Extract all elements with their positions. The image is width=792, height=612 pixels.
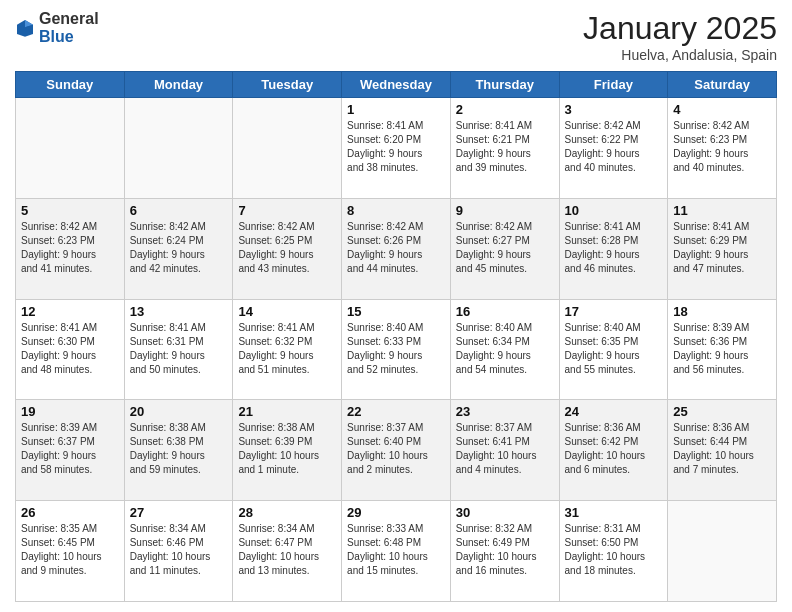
- day-info: Sunrise: 8:40 AM Sunset: 6:34 PM Dayligh…: [456, 321, 554, 377]
- day-info: Sunrise: 8:34 AM Sunset: 6:46 PM Dayligh…: [130, 522, 228, 578]
- calendar-cell: 31Sunrise: 8:31 AM Sunset: 6:50 PM Dayli…: [559, 501, 668, 602]
- calendar-cell: 5Sunrise: 8:42 AM Sunset: 6:23 PM Daylig…: [16, 198, 125, 299]
- day-info: Sunrise: 8:38 AM Sunset: 6:39 PM Dayligh…: [238, 421, 336, 477]
- day-info: Sunrise: 8:41 AM Sunset: 6:28 PM Dayligh…: [565, 220, 663, 276]
- calendar-cell: 21Sunrise: 8:38 AM Sunset: 6:39 PM Dayli…: [233, 400, 342, 501]
- day-number: 20: [130, 404, 228, 419]
- day-info: Sunrise: 8:42 AM Sunset: 6:25 PM Dayligh…: [238, 220, 336, 276]
- calendar-day-header: Thursday: [450, 72, 559, 98]
- day-info: Sunrise: 8:37 AM Sunset: 6:41 PM Dayligh…: [456, 421, 554, 477]
- calendar-cell: 2Sunrise: 8:41 AM Sunset: 6:21 PM Daylig…: [450, 98, 559, 199]
- calendar-cell: 20Sunrise: 8:38 AM Sunset: 6:38 PM Dayli…: [124, 400, 233, 501]
- month-title: January 2025: [583, 10, 777, 47]
- calendar-cell: 13Sunrise: 8:41 AM Sunset: 6:31 PM Dayli…: [124, 299, 233, 400]
- day-number: 17: [565, 304, 663, 319]
- day-number: 10: [565, 203, 663, 218]
- day-info: Sunrise: 8:32 AM Sunset: 6:49 PM Dayligh…: [456, 522, 554, 578]
- day-info: Sunrise: 8:35 AM Sunset: 6:45 PM Dayligh…: [21, 522, 119, 578]
- day-info: Sunrise: 8:41 AM Sunset: 6:31 PM Dayligh…: [130, 321, 228, 377]
- calendar-cell: 25Sunrise: 8:36 AM Sunset: 6:44 PM Dayli…: [668, 400, 777, 501]
- day-info: Sunrise: 8:41 AM Sunset: 6:20 PM Dayligh…: [347, 119, 445, 175]
- calendar-week-row: 26Sunrise: 8:35 AM Sunset: 6:45 PM Dayli…: [16, 501, 777, 602]
- calendar-cell: 16Sunrise: 8:40 AM Sunset: 6:34 PM Dayli…: [450, 299, 559, 400]
- day-number: 27: [130, 505, 228, 520]
- calendar-day-header: Wednesday: [342, 72, 451, 98]
- calendar-cell: 3Sunrise: 8:42 AM Sunset: 6:22 PM Daylig…: [559, 98, 668, 199]
- calendar-cell: 28Sunrise: 8:34 AM Sunset: 6:47 PM Dayli…: [233, 501, 342, 602]
- day-number: 23: [456, 404, 554, 419]
- day-number: 6: [130, 203, 228, 218]
- page: General Blue January 2025 Huelva, Andalu…: [0, 0, 792, 612]
- calendar-cell: [16, 98, 125, 199]
- calendar-cell: 29Sunrise: 8:33 AM Sunset: 6:48 PM Dayli…: [342, 501, 451, 602]
- calendar-cell: [124, 98, 233, 199]
- calendar-day-header: Sunday: [16, 72, 125, 98]
- day-info: Sunrise: 8:36 AM Sunset: 6:44 PM Dayligh…: [673, 421, 771, 477]
- day-info: Sunrise: 8:34 AM Sunset: 6:47 PM Dayligh…: [238, 522, 336, 578]
- calendar-week-row: 19Sunrise: 8:39 AM Sunset: 6:37 PM Dayli…: [16, 400, 777, 501]
- day-number: 25: [673, 404, 771, 419]
- calendar-cell: 12Sunrise: 8:41 AM Sunset: 6:30 PM Dayli…: [16, 299, 125, 400]
- day-info: Sunrise: 8:31 AM Sunset: 6:50 PM Dayligh…: [565, 522, 663, 578]
- day-info: Sunrise: 8:41 AM Sunset: 6:32 PM Dayligh…: [238, 321, 336, 377]
- day-number: 11: [673, 203, 771, 218]
- day-number: 26: [21, 505, 119, 520]
- day-info: Sunrise: 8:40 AM Sunset: 6:33 PM Dayligh…: [347, 321, 445, 377]
- day-info: Sunrise: 8:41 AM Sunset: 6:30 PM Dayligh…: [21, 321, 119, 377]
- title-block: January 2025 Huelva, Andalusia, Spain: [583, 10, 777, 63]
- day-info: Sunrise: 8:39 AM Sunset: 6:36 PM Dayligh…: [673, 321, 771, 377]
- day-info: Sunrise: 8:42 AM Sunset: 6:26 PM Dayligh…: [347, 220, 445, 276]
- calendar-cell: 26Sunrise: 8:35 AM Sunset: 6:45 PM Dayli…: [16, 501, 125, 602]
- day-number: 3: [565, 102, 663, 117]
- day-info: Sunrise: 8:42 AM Sunset: 6:23 PM Dayligh…: [21, 220, 119, 276]
- calendar-day-header: Monday: [124, 72, 233, 98]
- location: Huelva, Andalusia, Spain: [583, 47, 777, 63]
- calendar-week-row: 12Sunrise: 8:41 AM Sunset: 6:30 PM Dayli…: [16, 299, 777, 400]
- logo-icon: [15, 18, 35, 38]
- day-number: 30: [456, 505, 554, 520]
- calendar-cell: 30Sunrise: 8:32 AM Sunset: 6:49 PM Dayli…: [450, 501, 559, 602]
- calendar-cell: 19Sunrise: 8:39 AM Sunset: 6:37 PM Dayli…: [16, 400, 125, 501]
- calendar-cell: 23Sunrise: 8:37 AM Sunset: 6:41 PM Dayli…: [450, 400, 559, 501]
- day-number: 8: [347, 203, 445, 218]
- day-number: 19: [21, 404, 119, 419]
- day-number: 14: [238, 304, 336, 319]
- day-number: 16: [456, 304, 554, 319]
- day-info: Sunrise: 8:33 AM Sunset: 6:48 PM Dayligh…: [347, 522, 445, 578]
- day-number: 22: [347, 404, 445, 419]
- day-number: 7: [238, 203, 336, 218]
- calendar-cell: 9Sunrise: 8:42 AM Sunset: 6:27 PM Daylig…: [450, 198, 559, 299]
- day-info: Sunrise: 8:42 AM Sunset: 6:24 PM Dayligh…: [130, 220, 228, 276]
- calendar-week-row: 1Sunrise: 8:41 AM Sunset: 6:20 PM Daylig…: [16, 98, 777, 199]
- calendar-cell: 6Sunrise: 8:42 AM Sunset: 6:24 PM Daylig…: [124, 198, 233, 299]
- day-number: 4: [673, 102, 771, 117]
- calendar-cell: 22Sunrise: 8:37 AM Sunset: 6:40 PM Dayli…: [342, 400, 451, 501]
- day-number: 15: [347, 304, 445, 319]
- calendar-cell: 4Sunrise: 8:42 AM Sunset: 6:23 PM Daylig…: [668, 98, 777, 199]
- day-number: 24: [565, 404, 663, 419]
- calendar-cell: 24Sunrise: 8:36 AM Sunset: 6:42 PM Dayli…: [559, 400, 668, 501]
- day-number: 9: [456, 203, 554, 218]
- day-number: 1: [347, 102, 445, 117]
- day-info: Sunrise: 8:39 AM Sunset: 6:37 PM Dayligh…: [21, 421, 119, 477]
- day-info: Sunrise: 8:42 AM Sunset: 6:27 PM Dayligh…: [456, 220, 554, 276]
- calendar-cell: 1Sunrise: 8:41 AM Sunset: 6:20 PM Daylig…: [342, 98, 451, 199]
- calendar-cell: 14Sunrise: 8:41 AM Sunset: 6:32 PM Dayli…: [233, 299, 342, 400]
- calendar-cell: 27Sunrise: 8:34 AM Sunset: 6:46 PM Dayli…: [124, 501, 233, 602]
- day-number: 28: [238, 505, 336, 520]
- calendar-cell: [233, 98, 342, 199]
- logo-blue: Blue: [39, 28, 74, 45]
- day-info: Sunrise: 8:40 AM Sunset: 6:35 PM Dayligh…: [565, 321, 663, 377]
- day-info: Sunrise: 8:42 AM Sunset: 6:23 PM Dayligh…: [673, 119, 771, 175]
- day-number: 18: [673, 304, 771, 319]
- day-number: 5: [21, 203, 119, 218]
- calendar-day-header: Saturday: [668, 72, 777, 98]
- day-number: 12: [21, 304, 119, 319]
- logo: General Blue: [15, 10, 99, 45]
- day-number: 31: [565, 505, 663, 520]
- calendar-header-row: SundayMondayTuesdayWednesdayThursdayFrid…: [16, 72, 777, 98]
- calendar-week-row: 5Sunrise: 8:42 AM Sunset: 6:23 PM Daylig…: [16, 198, 777, 299]
- day-info: Sunrise: 8:36 AM Sunset: 6:42 PM Dayligh…: [565, 421, 663, 477]
- calendar-cell: 7Sunrise: 8:42 AM Sunset: 6:25 PM Daylig…: [233, 198, 342, 299]
- calendar-cell: 8Sunrise: 8:42 AM Sunset: 6:26 PM Daylig…: [342, 198, 451, 299]
